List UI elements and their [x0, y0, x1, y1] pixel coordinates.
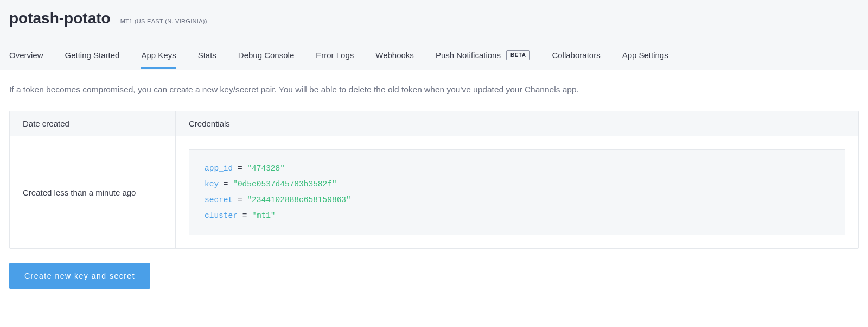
content-area: If a token becomes compromised, you can …: [0, 70, 868, 302]
col-header-credentials: Credentials: [176, 111, 858, 136]
tab-debug-console[interactable]: Debug Console: [238, 44, 294, 69]
credentials-code-block: app_id = "474328" key = "0d5e0537d45783b…: [189, 149, 845, 235]
header-section: potash-potato MT1 (US EAST (N. VIRGINIA)…: [0, 0, 868, 70]
title-row: potash-potato MT1 (US EAST (N. VIRGINIA)…: [9, 10, 859, 27]
tab-label: Push Notifications: [436, 51, 501, 60]
code-val: "0d5e0537d45783b3582f": [233, 180, 336, 188]
col-header-date-created: Date created: [10, 111, 176, 136]
tab-webhooks[interactable]: Webhooks: [375, 44, 414, 69]
code-eq: =: [242, 211, 247, 220]
beta-badge: BETA: [506, 50, 530, 60]
tabs-nav: Overview Getting Started App Keys Stats …: [9, 43, 859, 70]
code-line-cluster: cluster = "mt1": [205, 208, 829, 224]
tab-app-keys[interactable]: App Keys: [141, 44, 176, 69]
create-key-button[interactable]: Create new key and secret: [9, 263, 150, 289]
tab-collaborators[interactable]: Collaborators: [552, 44, 600, 69]
code-val: "2344102888c658159863": [247, 196, 350, 204]
tab-label: Stats: [198, 51, 216, 60]
code-val: "474328": [247, 164, 285, 173]
keys-table: Date created Credentials Created less th…: [9, 111, 859, 249]
code-line-key: key = "0d5e0537d45783b3582f": [205, 177, 829, 192]
code-line-secret: secret = "2344102888c658159863": [205, 192, 829, 208]
tab-app-settings[interactable]: App Settings: [622, 44, 668, 69]
code-eq: =: [238, 164, 242, 173]
code-line-app-id: app_id = "474328": [205, 161, 829, 177]
tab-label: Overview: [9, 51, 43, 60]
tab-label: App Settings: [622, 51, 668, 60]
code-key: key: [205, 180, 219, 188]
tab-getting-started[interactable]: Getting Started: [65, 44, 120, 69]
tab-stats[interactable]: Stats: [198, 44, 216, 69]
tab-push-notifications[interactable]: Push Notifications BETA: [436, 43, 531, 70]
code-key: app_id: [205, 164, 233, 173]
code-eq: =: [238, 196, 242, 204]
info-text: If a token becomes compromised, you can …: [9, 83, 859, 96]
code-eq: =: [224, 180, 228, 188]
table-row: Created less than a minute ago app_id = …: [10, 136, 858, 248]
tab-error-logs[interactable]: Error Logs: [316, 44, 354, 69]
tab-label: Webhooks: [375, 51, 414, 60]
code-key: cluster: [205, 211, 238, 220]
cell-credentials: app_id = "474328" key = "0d5e0537d45783b…: [176, 136, 858, 248]
tab-label: Error Logs: [316, 51, 354, 60]
tab-label: App Keys: [141, 51, 176, 60]
code-val: "mt1": [252, 211, 276, 220]
app-title: potash-potato: [9, 10, 111, 27]
tab-label: Debug Console: [238, 51, 294, 60]
tab-overview[interactable]: Overview: [9, 44, 43, 69]
tab-label: Getting Started: [65, 51, 120, 60]
cell-date-created: Created less than a minute ago: [10, 136, 176, 248]
tab-label: Collaborators: [552, 51, 600, 60]
cluster-label: MT1 (US EAST (N. VIRGINIA)): [120, 18, 207, 24]
code-key: secret: [205, 196, 233, 204]
